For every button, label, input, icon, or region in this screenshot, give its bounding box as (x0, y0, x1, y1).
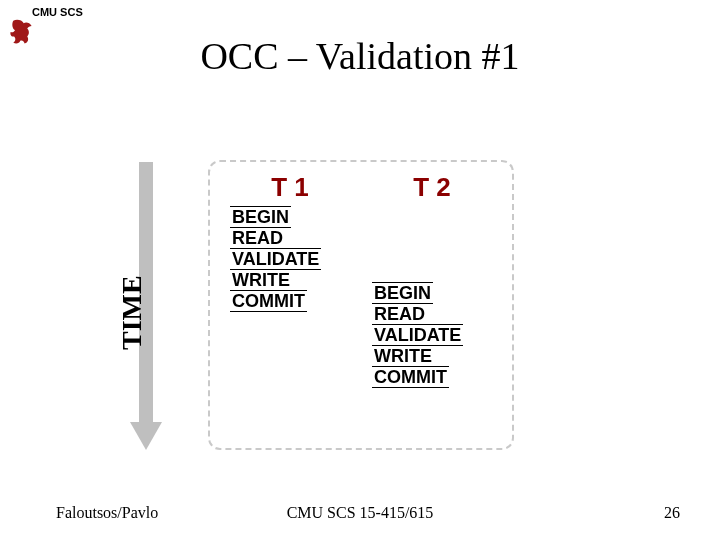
t1-op: BEGIN (230, 206, 291, 228)
t1-op: COMMIT (230, 290, 307, 312)
t2-ops: BEGIN READ VALIDATE WRITE COMMIT (372, 283, 492, 388)
transaction-col-t2: T 2 BEGIN READ VALIDATE WRITE COMMIT (372, 172, 492, 388)
t1-op: READ (230, 227, 290, 249)
t2-op: READ (372, 303, 432, 325)
time-axis-label: TIME (116, 275, 148, 350)
t2-op: WRITE (372, 345, 434, 367)
footer-page-number: 26 (664, 504, 680, 522)
t1-op: VALIDATE (230, 248, 321, 270)
t1-header: T 1 (230, 172, 350, 203)
t2-header: T 2 (372, 172, 492, 203)
org-label: CMU SCS (32, 6, 83, 18)
page-title: OCC – Validation #1 (0, 34, 720, 78)
t2-op: BEGIN (372, 282, 433, 304)
footer-course: CMU SCS 15-415/615 (0, 504, 720, 522)
t2-op: VALIDATE (372, 324, 463, 346)
t1-op: WRITE (230, 269, 292, 291)
transaction-col-t1: T 1 BEGIN READ VALIDATE WRITE COMMIT (230, 172, 350, 312)
t2-op: COMMIT (372, 366, 449, 388)
t1-ops: BEGIN READ VALIDATE WRITE COMMIT (230, 207, 350, 312)
t2-start-offset (372, 207, 492, 283)
